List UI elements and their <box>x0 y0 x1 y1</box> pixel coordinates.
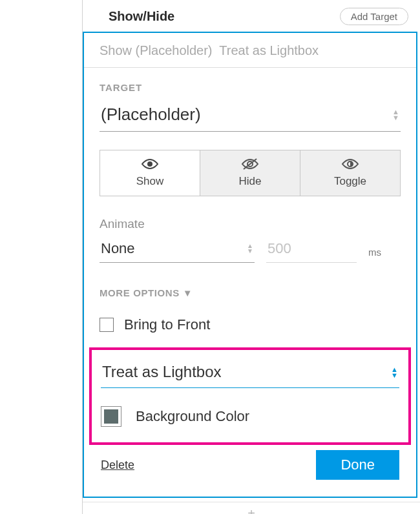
color-chip-inner <box>104 409 118 424</box>
duration-value: 500 <box>266 238 357 262</box>
done-button[interactable]: Done <box>316 450 399 480</box>
visibility-segmented: Show Hide <box>100 150 401 196</box>
footer-row: Delete Done <box>100 450 401 490</box>
ms-label: ms <box>368 247 381 263</box>
target-value: (Placeholder) <box>100 101 401 131</box>
left-gutter <box>0 0 83 514</box>
animate-row: Animate None ▲▼ 500 ms <box>100 217 401 263</box>
more-options-toggle[interactable]: MORE OPTIONS ▼ <box>100 287 401 298</box>
lightbox-value: Treat as Lightbox <box>102 363 222 380</box>
action-panel: Show/Hide Add Target Show (Placeholder) … <box>83 0 420 514</box>
toggle-label: Toggle <box>334 175 366 187</box>
show-button[interactable]: Show <box>100 150 200 196</box>
animate-select[interactable]: None ▲▼ <box>100 238 255 263</box>
eye-icon <box>140 157 160 171</box>
eye-slash-icon <box>240 157 260 171</box>
panel-header: Show/Hide Add Target <box>83 0 420 32</box>
checkbox-icon[interactable] <box>100 318 114 332</box>
panel-title: Show/Hide <box>109 9 174 24</box>
target-label: TARGET <box>100 82 401 93</box>
action-editor: Show (Placeholder) Treat as Lightbox TAR… <box>83 32 417 498</box>
add-target-button[interactable]: Add Target <box>340 8 408 25</box>
animate-label: Animate <box>100 217 255 231</box>
background-color-label: Background Color <box>136 408 249 425</box>
chevron-updown-icon: ▲▼ <box>392 109 399 121</box>
svg-point-0 <box>147 161 152 167</box>
hide-label: Hide <box>239 175 262 187</box>
background-color-row[interactable]: Background Color <box>101 406 399 427</box>
duration-input[interactable]: 500 <box>266 238 357 263</box>
bring-to-front-label: Bring to Front <box>124 316 210 333</box>
color-chip[interactable] <box>101 406 121 427</box>
chevron-updown-icon: ▲▼ <box>247 243 253 254</box>
animate-value: None <box>100 238 255 262</box>
show-label: Show <box>136 175 164 187</box>
target-select[interactable]: (Placeholder) ▲▼ <box>100 101 401 132</box>
breadcrumb: Show (Placeholder) Treat as Lightbox <box>84 33 416 68</box>
add-action-button[interactable]: + <box>83 502 420 514</box>
lightbox-select[interactable]: Treat as Lightbox ▲▼ <box>101 360 399 388</box>
hide-button[interactable]: Hide <box>200 150 300 196</box>
chevron-updown-icon: ▲▼ <box>391 367 398 378</box>
delete-link[interactable]: Delete <box>101 458 134 472</box>
toggle-button[interactable]: Toggle <box>300 150 400 196</box>
lightbox-highlight: Treat as Lightbox ▲▼ Background Color <box>89 347 411 445</box>
bring-to-front-row[interactable]: Bring to Front <box>100 316 401 333</box>
crumb-action: Show (Placeholder) <box>100 43 213 57</box>
crumb-option: Treat as Lightbox <box>219 43 319 57</box>
eye-half-icon <box>341 157 360 171</box>
